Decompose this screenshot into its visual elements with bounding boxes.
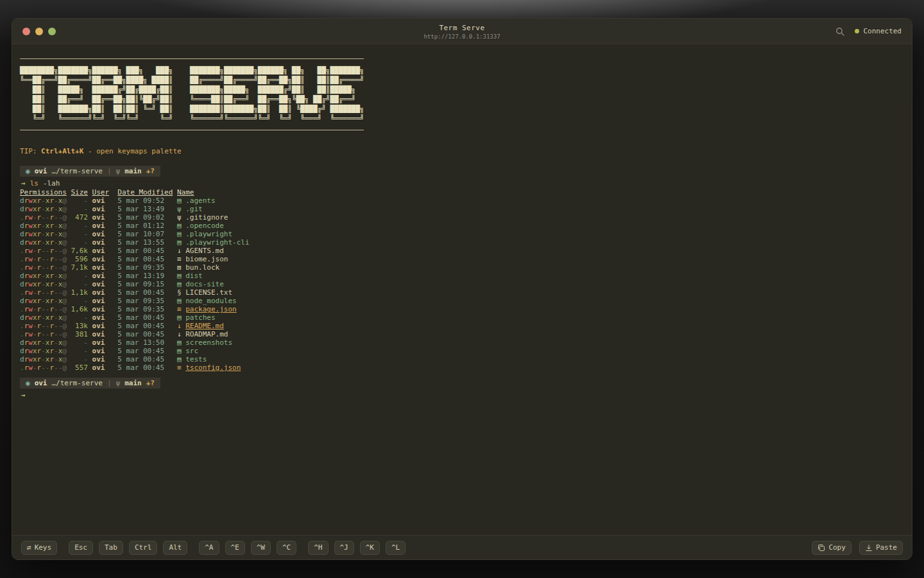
cursor-line[interactable]: → bbox=[21, 391, 903, 399]
prompt-separator: | bbox=[107, 167, 112, 175]
file-name: .playwright bbox=[185, 230, 232, 238]
paste-button[interactable]: Paste bbox=[859, 541, 903, 555]
file-name: patches bbox=[185, 313, 215, 322]
bottom-toolbar: ⇄ Keys EscTabCtrlAlt ^A^E^W^C ^H^J^K^L C… bbox=[12, 535, 912, 559]
file-row: .rw-r--r--@13kovi5 mar 00:45↓README.md bbox=[20, 322, 903, 330]
file-date: 5 mar 00:45 bbox=[117, 355, 173, 363]
file-date: 5 mar 00:45 bbox=[117, 363, 173, 372]
file-permissions: .rw-r--r--@ bbox=[20, 288, 67, 297]
key-button-ctrl-c[interactable]: ^C bbox=[277, 541, 296, 555]
file-row: .rw-r--r--@1,6kovi5 mar 09:35≡package.js… bbox=[20, 305, 903, 313]
file-name: ROADMAP.md bbox=[185, 330, 228, 338]
file-permissions: drwxr-xr-x@ bbox=[20, 297, 67, 305]
column-gap bbox=[67, 355, 71, 363]
key-button-esc[interactable]: Esc bbox=[69, 541, 93, 555]
column-gap bbox=[67, 213, 71, 222]
file-permissions: drwxr-xr-x@ bbox=[20, 347, 67, 355]
key-button-ctrl-l[interactable]: ^L bbox=[386, 541, 406, 555]
column-gap bbox=[173, 347, 177, 355]
tip-description: - open keymaps palette bbox=[88, 147, 182, 155]
file-row: drwxr-xr-x@-ovi5 mar 00:45▤src bbox=[20, 347, 903, 355]
folder-icon: ▤ bbox=[177, 230, 185, 238]
file-row: .rw-r--r--@472ovi5 mar 09:02ψ.gitignore bbox=[20, 213, 903, 222]
column-gap bbox=[173, 213, 177, 222]
key-button-ctrl[interactable]: Ctrl bbox=[129, 541, 158, 555]
close-window-button[interactable] bbox=[22, 28, 30, 35]
column-gap bbox=[109, 297, 117, 305]
folder-icon: ▤ bbox=[177, 222, 185, 230]
file-size: - bbox=[71, 297, 87, 305]
file-row: drwxr-xr-x@-ovi5 mar 10:07▤.playwright bbox=[20, 230, 903, 238]
file-date: 5 mar 00:45 bbox=[117, 322, 173, 330]
toolbar-ctrl-group-2: ^H^J^K^L bbox=[308, 541, 406, 555]
column-gap bbox=[109, 355, 117, 363]
minimize-window-button[interactable] bbox=[35, 28, 43, 35]
file-row: .rw-r--r--@381ovi5 mar 00:45↓ROADMAP.md bbox=[20, 330, 903, 338]
file-row: drwxr-xr-x@-ovi5 mar 09:52▤.agents bbox=[20, 197, 903, 205]
terminal-screen[interactable]: ████████╗███████╗██████╗ ███╗ ███╗ █████… bbox=[12, 44, 912, 535]
file-name: .opencode bbox=[185, 222, 224, 230]
file-row: .rw-r--r--@1,1kovi5 mar 00:45§LICENSE.tx… bbox=[20, 288, 903, 297]
listing-header: PermissionsSizeUserDate ModifiedName bbox=[20, 188, 903, 197]
column-gap bbox=[173, 338, 177, 347]
key-button-tab[interactable]: Tab bbox=[99, 541, 123, 555]
key-button-ctrl-h[interactable]: ^H bbox=[308, 541, 328, 555]
file-date: 5 mar 09:35 bbox=[117, 305, 173, 313]
json-icon: ≡ bbox=[177, 305, 185, 313]
key-button-ctrl-a[interactable]: ^A bbox=[199, 541, 219, 555]
column-gap bbox=[109, 263, 117, 272]
copy-button[interactable]: Copy bbox=[812, 541, 851, 555]
file-name: docs-site bbox=[185, 280, 224, 288]
key-button-ctrl-e[interactable]: ^E bbox=[225, 541, 245, 555]
file-listing-rows: drwxr-xr-x@-ovi5 mar 09:52▤.agentsdrwxr-… bbox=[20, 197, 903, 372]
column-gap bbox=[109, 363, 117, 372]
git-status-flags: +? bbox=[146, 379, 155, 387]
column-gap bbox=[67, 280, 71, 288]
file-name[interactable]: README.md bbox=[185, 322, 224, 330]
column-gap bbox=[173, 330, 177, 338]
file-owner: ovi bbox=[92, 280, 109, 288]
column-gap bbox=[173, 305, 177, 313]
file-name[interactable]: tsconfig.json bbox=[185, 363, 241, 372]
file-date: 5 mar 13:55 bbox=[117, 238, 173, 247]
file-owner: ovi bbox=[92, 197, 109, 205]
git-branch-name: main bbox=[124, 379, 142, 387]
column-gap bbox=[88, 188, 92, 197]
column-gap bbox=[88, 272, 92, 280]
column-gap bbox=[173, 230, 177, 238]
column-gap bbox=[109, 197, 117, 205]
file-date: 5 mar 13:49 bbox=[117, 205, 173, 213]
column-gap bbox=[67, 238, 71, 247]
file-name: .git bbox=[185, 205, 203, 213]
column-gap bbox=[67, 305, 71, 313]
file-name: .agents bbox=[185, 197, 215, 205]
search-icon[interactable] bbox=[835, 27, 844, 36]
file-permissions: drwxr-xr-x@ bbox=[20, 238, 67, 247]
prompt-arrow-icon: → bbox=[21, 391, 26, 399]
file-size: 7,6k bbox=[71, 247, 87, 255]
file-permissions: .rw-r--r--@ bbox=[20, 255, 67, 263]
column-gap bbox=[88, 205, 92, 213]
keys-button[interactable]: ⇄ Keys bbox=[21, 541, 57, 555]
git-branch-name: main bbox=[124, 167, 142, 175]
json-icon: ≡ bbox=[177, 255, 185, 263]
command-args: -lah bbox=[43, 179, 60, 188]
copy-icon bbox=[817, 544, 825, 552]
column-gap bbox=[88, 230, 92, 238]
file-name[interactable]: package.json bbox=[185, 305, 236, 313]
file-owner: ovi bbox=[92, 322, 109, 330]
file-permissions: drwxr-xr-x@ bbox=[20, 272, 67, 280]
file-owner: ovi bbox=[92, 338, 109, 347]
key-button-alt[interactable]: Alt bbox=[163, 541, 187, 555]
key-button-ctrl-w[interactable]: ^W bbox=[251, 541, 271, 555]
file-size: - bbox=[71, 347, 87, 355]
file-row: drwxr-xr-x@-ovi5 mar 13:50▤screenshots bbox=[20, 338, 903, 347]
key-button-ctrl-j[interactable]: ^J bbox=[334, 541, 354, 555]
zoom-window-button[interactable] bbox=[48, 28, 56, 35]
column-header: Date Modified bbox=[117, 188, 173, 197]
connected-dot-icon bbox=[855, 29, 859, 33]
file-owner: ovi bbox=[92, 238, 109, 247]
column-gap bbox=[173, 280, 177, 288]
key-button-ctrl-k[interactable]: ^K bbox=[360, 541, 380, 555]
file-size: 472 bbox=[71, 213, 87, 222]
